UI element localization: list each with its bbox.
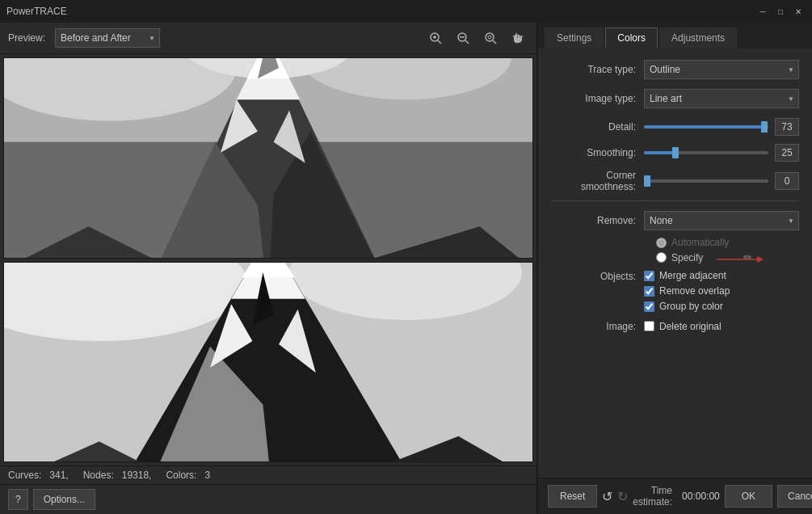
smoothing-label: Smoothing: [551,147,644,158]
preview-select-wrapper: Before and After Before After Wireframe [55,28,160,48]
image-label: Image: [551,320,644,332]
corner-value-input[interactable] [775,172,799,190]
delete-original-checkbox[interactable] [644,321,654,331]
image-checkboxes: Delete original [644,321,722,332]
merge-adjacent-checkbox[interactable] [644,271,654,281]
panel-content: Trace type: Outline Centerline Technical… [538,48,812,478]
remove-overlap-label: Remove overlap [659,285,730,297]
zoom-fit-icon [484,32,497,44]
undo-button[interactable]: ↺ [602,485,612,508]
merge-adjacent-row: Merge adjacent [644,270,730,281]
svg-point-7 [486,33,494,41]
cancel-button[interactable]: Cancel [777,485,812,508]
bottom-bar: ? Options... [0,484,536,514]
delete-original-row: Delete original [644,321,722,332]
specify-arrow [717,255,765,264]
pan-button[interactable] [507,27,528,48]
trace-type-select[interactable]: Outline Centerline Technical [644,60,799,79]
corner-slider-thumb[interactable] [644,175,650,187]
merge-adjacent-label: Merge adjacent [659,270,726,281]
smoothing-value-input[interactable] [775,144,799,162]
detail-slider-thumb[interactable] [761,121,768,133]
zoom-out-icon [456,32,469,44]
detail-row: Detail: [551,118,799,136]
trace-type-row: Trace type: Outline Centerline Technical [551,60,799,79]
help-button[interactable]: ? [8,489,28,510]
corner-slider-track[interactable] [644,179,768,183]
group-by-color-checkbox[interactable] [644,301,654,312]
remove-select-wrap: None Small objects Artifacts [644,211,799,230]
before-image-svg [4,58,532,258]
nodes-value: 19318, [122,470,152,481]
time-estimate-label: Time estimate: [633,485,672,508]
tab-adjustments[interactable]: Adjustments [659,27,737,48]
minimize-button[interactable]: ─ [755,4,770,19]
divider [551,200,799,201]
close-button[interactable]: ✕ [791,4,806,19]
svg-point-9 [488,36,491,39]
trace-type-label: Trace type: [551,64,644,75]
preview-label: Preview: [8,32,45,44]
auto-radio[interactable] [656,238,667,248]
objects-section: Objects: Merge adjacent Remove overlap G… [551,270,799,312]
remove-overlap-checkbox[interactable] [644,286,654,297]
curves-label: Curves: [8,470,41,481]
svg-line-5 [465,40,469,44]
image-type-select[interactable]: Line art Photo Clipart [644,89,799,108]
tab-colors[interactable]: Colors [605,27,658,48]
right-panel: Settings Colors Adjustments Trace type: … [537,23,812,514]
corner-label: Corner smoothness: [551,170,644,192]
svg-marker-40 [757,256,764,263]
nodes-label: Nodes: [83,470,114,481]
smoothing-row: Smoothing: [551,144,799,162]
image-type-select-wrap: Line art Photo Clipart [644,89,799,108]
remove-overlap-row: Remove overlap [644,285,730,297]
corner-row: Corner smoothness: [551,170,799,192]
before-image-panel [3,57,533,259]
toolbar: Preview: Before and After Before After W… [0,23,536,54]
corner-slider-wrap [644,172,799,190]
image-row: Image: Delete original [551,320,799,332]
colors-value: 3 [204,470,210,481]
remove-label: Remove: [551,215,644,226]
smoothing-slider-track[interactable] [644,151,768,154]
remove-row: Remove: None Small objects Artifacts [551,211,799,230]
tab-settings[interactable]: Settings [545,27,604,48]
curves-value: 341, [49,470,68,481]
detail-value-input[interactable] [775,118,799,136]
ok-button[interactable]: OK [725,485,772,508]
preview-panel [0,54,536,466]
group-by-color-row: Group by color [644,301,730,312]
trace-type-select-wrap: Outline Centerline Technical [644,60,799,79]
preview-select[interactable]: Before and After Before After Wireframe [55,28,160,48]
zoom-in-icon [429,32,442,44]
zoom-fit-button[interactable] [480,27,501,48]
remove-select[interactable]: None Small objects Artifacts [644,211,799,230]
reset-button[interactable]: Reset [548,485,597,508]
detail-slider-fill [644,125,764,128]
redo-button[interactable]: ↻ [617,485,628,508]
image-type-row: Image type: Line art Photo Clipart [551,89,799,108]
window-controls: ─ □ ✕ [755,4,806,19]
specify-radio-label: Specify [671,252,703,263]
zoom-in-button[interactable] [425,27,446,48]
smoothing-slider-thumb[interactable] [672,147,679,158]
group-by-color-label: Group by color [659,301,723,312]
detail-slider-track[interactable] [644,125,768,128]
main-content: Preview: Before and After Before After W… [0,23,812,514]
objects-label: Objects: [551,270,644,282]
specify-radio[interactable] [656,252,667,263]
time-value: 00:00:00 [682,491,720,502]
maximize-button[interactable]: □ [773,4,788,19]
auto-radio-row: Automatically [656,237,799,248]
panel-bottom: Reset ↺ ↻ Time estimate: 00:00:00 OK Can… [538,478,812,514]
after-image-svg [4,263,532,462]
options-button[interactable]: Options... [33,489,95,510]
radio-section: Automatically Specify ✏ [551,237,799,263]
status-bar: Curves: 341, Nodes: 19318, Colors: 3 [0,466,536,484]
title-bar: PowerTRACE ─ □ ✕ [0,0,812,23]
zoom-out-button[interactable] [452,27,473,48]
specify-radio-row: Specify ✏ [656,251,799,263]
svg-line-1 [438,40,441,44]
smoothing-slider-wrap [644,144,799,162]
